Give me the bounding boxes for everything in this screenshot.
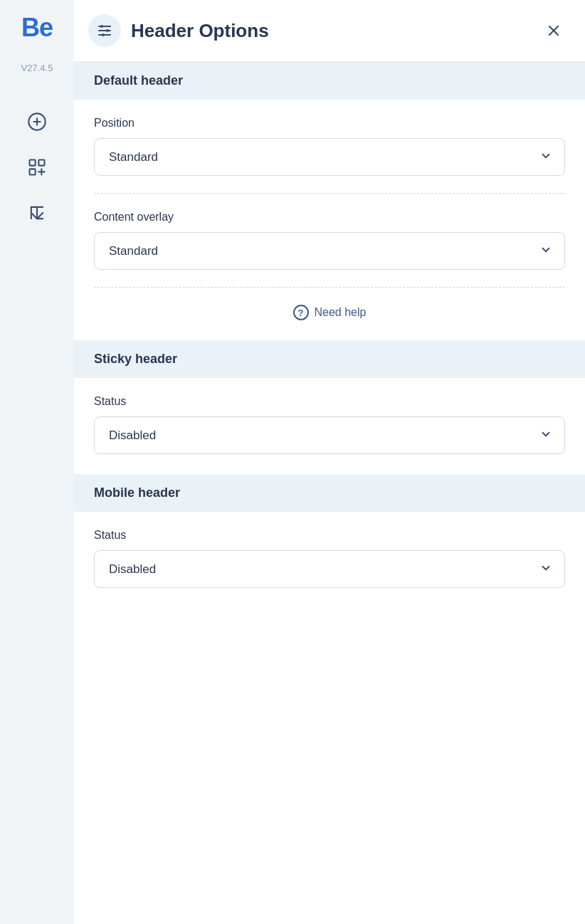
panel-icon-wrap — [88, 14, 121, 47]
add-icon[interactable] — [24, 109, 50, 135]
need-help-link[interactable]: ? Need help — [94, 305, 565, 320]
section-mobile-header-body: Status Disabled Enabled — [74, 512, 585, 608]
content-overlay-select-wrapper: Standard Light Dark — [94, 232, 565, 270]
divider-2 — [94, 287, 565, 288]
section-mobile-header-title: Mobile header — [74, 474, 585, 512]
grid-plus-icon[interactable] — [24, 154, 50, 180]
position-label: Position — [94, 117, 565, 130]
app-version: V27.4.5 — [21, 63, 53, 73]
panel-content: Default header Position Standard Fixed A… — [74, 62, 585, 924]
svg-rect-3 — [30, 160, 36, 166]
help-icon: ? — [293, 305, 309, 320]
svg-rect-5 — [30, 169, 36, 174]
close-button[interactable] — [542, 19, 565, 42]
panel-header-left: Header Options — [88, 14, 269, 47]
sidebar-icon-group — [24, 109, 50, 226]
panel-header: Header Options — [74, 0, 585, 62]
svg-point-15 — [106, 29, 109, 32]
content-overlay-select[interactable]: Standard Light Dark — [94, 232, 565, 270]
mobile-status-select-wrapper: Disabled Enabled — [94, 550, 565, 588]
main-panel: Header Options Default header Position S… — [74, 0, 585, 924]
position-select[interactable]: Standard Fixed Absolute — [94, 138, 565, 176]
mobile-status-label: Status — [94, 529, 565, 542]
sidebar: Be V27.4.5 — [0, 0, 74, 924]
sort-icon[interactable] — [24, 200, 50, 226]
content-overlay-label: Content overlay — [94, 211, 565, 224]
mobile-status-select[interactable]: Disabled Enabled — [94, 550, 565, 588]
section-sticky-header-body: Status Disabled Enabled — [74, 378, 585, 474]
section-default-header-title: Default header — [74, 62, 585, 100]
divider-1 — [94, 193, 565, 194]
svg-point-14 — [100, 25, 103, 28]
app-logo: Be — [21, 13, 53, 43]
sliders-icon — [96, 22, 113, 39]
sticky-status-select-wrapper: Disabled Enabled — [94, 416, 565, 454]
panel-title: Header Options — [131, 20, 269, 42]
section-sticky-header-title: Sticky header — [74, 340, 585, 378]
section-default-header-body: Position Standard Fixed Absolute Content… — [74, 100, 585, 340]
logo-area: Be — [0, 0, 74, 57]
svg-point-16 — [102, 33, 105, 36]
need-help-label: Need help — [315, 306, 367, 319]
sticky-status-label: Status — [94, 395, 565, 408]
sticky-status-select[interactable]: Disabled Enabled — [94, 416, 565, 454]
svg-rect-4 — [38, 160, 44, 166]
position-select-wrapper: Standard Fixed Absolute — [94, 138, 565, 176]
